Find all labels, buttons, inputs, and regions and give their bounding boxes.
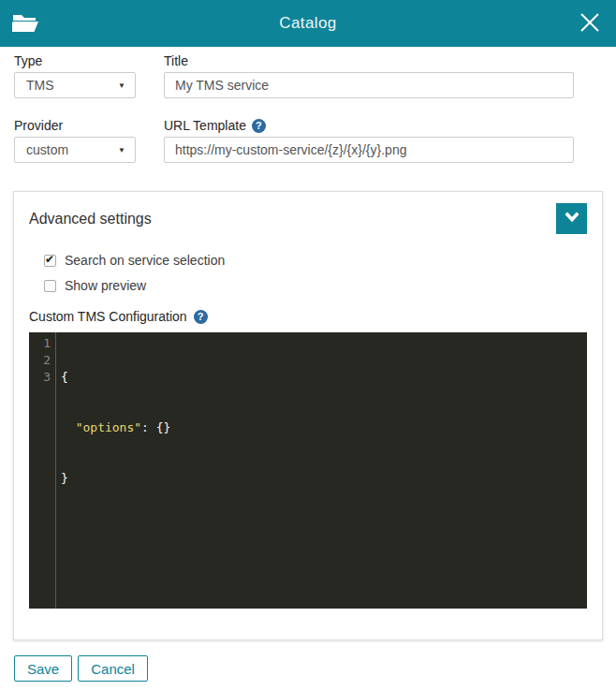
dialog-header: Catalog xyxy=(0,0,616,47)
provider-select-value: custom xyxy=(26,142,68,157)
url-template-input[interactable] xyxy=(164,137,574,163)
code-token: {} xyxy=(156,420,171,434)
code-token: } xyxy=(61,471,68,485)
line-number: 3 xyxy=(29,369,51,386)
help-icon[interactable]: ? xyxy=(252,119,266,133)
title-field: Title xyxy=(164,53,574,98)
type-select[interactable]: TMS ▼ xyxy=(14,72,136,98)
catalog-folder-button[interactable] xyxy=(11,10,39,37)
line-number: 1 xyxy=(29,335,51,352)
code-token xyxy=(61,420,76,434)
provider-field: Provider custom ▼ xyxy=(14,118,136,163)
search-on-selection-label[interactable]: Search on service selection xyxy=(65,253,225,268)
code-line: { xyxy=(61,369,170,386)
url-template-label-text: URL Template xyxy=(164,118,246,133)
editor-line-numbers: 1 2 3 xyxy=(29,332,56,609)
close-icon xyxy=(575,7,605,40)
tms-config-code-editor[interactable]: 1 2 3 { "options": {} } xyxy=(29,332,587,609)
code-token-string: "options" xyxy=(76,420,141,434)
provider-select[interactable]: custom ▼ xyxy=(14,137,136,163)
search-on-selection-checkbox[interactable] xyxy=(44,255,56,267)
title-label: Title xyxy=(164,53,574,68)
advanced-settings-title: Advanced settings xyxy=(29,211,152,228)
caret-down-icon: ▼ xyxy=(118,146,125,154)
search-on-selection-row: Search on service selection xyxy=(44,253,587,268)
show-preview-checkbox[interactable] xyxy=(44,280,56,292)
collapse-button[interactable] xyxy=(556,203,587,234)
custom-tms-config-label: Custom TMS Configuration ? xyxy=(29,309,587,324)
code-token: { xyxy=(61,370,68,384)
custom-tms-config-label-text: Custom TMS Configuration xyxy=(29,309,187,324)
advanced-settings-panel: Advanced settings Search on service sele… xyxy=(13,191,603,640)
show-preview-row: Show preview xyxy=(44,278,587,293)
title-input[interactable] xyxy=(164,72,574,98)
cancel-button[interactable]: Cancel xyxy=(78,655,148,682)
url-template-field: URL Template ? xyxy=(164,118,574,163)
save-button[interactable]: Save xyxy=(14,655,72,682)
line-number: 2 xyxy=(29,352,51,369)
type-field: Type TMS ▼ xyxy=(14,53,136,98)
service-form: Type TMS ▼ Title Provider custom ▼ URL T… xyxy=(0,47,616,163)
advanced-settings-header: Advanced settings xyxy=(29,203,587,234)
dialog-footer: Save Cancel xyxy=(14,655,602,682)
code-line: } xyxy=(61,470,170,487)
type-select-value: TMS xyxy=(26,78,54,93)
close-button[interactable] xyxy=(575,7,605,40)
code-token: : xyxy=(141,420,156,434)
folder-open-icon xyxy=(11,10,39,37)
chevron-down-icon xyxy=(565,212,579,226)
show-preview-label[interactable]: Show preview xyxy=(65,278,146,293)
checkbox-group: Search on service selection Show preview xyxy=(44,253,587,293)
help-icon[interactable]: ? xyxy=(194,310,208,324)
url-template-label: URL Template ? xyxy=(164,118,574,133)
provider-label: Provider xyxy=(14,118,136,133)
type-label: Type xyxy=(14,53,136,68)
code-line: "options": {} xyxy=(61,419,170,436)
caret-down-icon: ▼ xyxy=(118,81,125,90)
dialog-title: Catalog xyxy=(0,14,616,33)
editor-code-area[interactable]: { "options": {} } xyxy=(56,332,170,609)
